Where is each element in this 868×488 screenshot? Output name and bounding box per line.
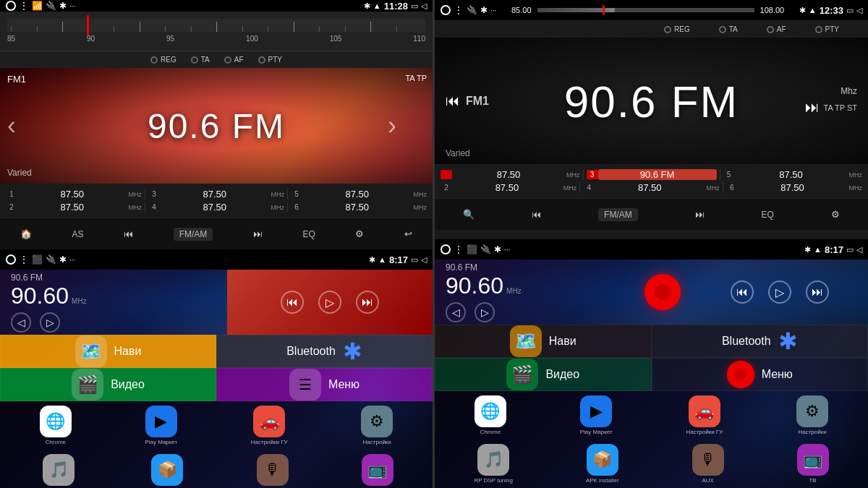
freq-label: 105 <box>330 35 342 43</box>
settings-label: Настройки <box>363 439 391 445</box>
r-preset-freq-1[interactable]: 87.50 <box>452 169 565 180</box>
r-app-icon-apk[interactable]: 📦 APK installer <box>586 444 619 484</box>
app-icon-chrome[interactable]: 🌐 Chrome <box>40 406 72 445</box>
app-tile-navi[interactable]: 🗺️ Нави <box>0 335 216 368</box>
tick-major <box>140 22 166 32</box>
record-button[interactable] <box>644 274 681 310</box>
preset-freq-6[interactable]: 87.50 <box>302 202 412 213</box>
radio-opt-ta[interactable]: TA <box>191 56 210 64</box>
preset-freq-4[interactable]: 87.50 <box>160 202 270 213</box>
r-preset-num-2: 2 <box>441 184 452 192</box>
r-toolbar-next[interactable]: ⏭ <box>691 206 709 223</box>
preset-freq-1[interactable]: 87.50 <box>17 189 127 200</box>
toolbar-back[interactable]: ↩ <box>400 226 417 242</box>
r-prev-btn[interactable]: ⏮ <box>446 93 460 109</box>
toolbar-fmam[interactable]: FM/AM <box>169 225 218 244</box>
r-app-tile-bluetooth[interactable]: Bluetooth ✱ <box>652 325 869 358</box>
r-preset-freq-3[interactable]: 90.6 FM <box>598 169 717 180</box>
r-preset-freq-2[interactable]: 87.50 <box>452 182 562 193</box>
r-opt-af[interactable]: AF <box>767 25 786 33</box>
mini-next-btn[interactable]: ▷ <box>40 312 60 333</box>
opt-ta-label: TA <box>201 56 210 64</box>
left-freq-slider[interactable]: 85 90 95 100 105 110 <box>0 12 433 51</box>
app-tile-bluetooth[interactable]: Bluetooth ✱ <box>216 335 433 368</box>
r-app-icon-chrome[interactable]: 🌐 Chrome <box>475 395 506 435</box>
r-app-tile-video[interactable]: 🎬 Видео <box>435 358 652 391</box>
left-radio-display: FM1 TA TP ‹ 90.6 FM › Varied <box>0 68 433 184</box>
settings-gu-icon: 🚗 <box>253 406 285 437</box>
r-app-icon-tv[interactable]: 📺 ТВ <box>797 444 829 484</box>
r-time: 12:33 <box>820 5 843 16</box>
apk-icon: 📦 <box>151 454 183 486</box>
mini-r-prev[interactable]: ⏮ <box>281 291 304 314</box>
r-app-icon-aux[interactable]: 🎙 AUX <box>692 444 724 484</box>
app-icon-settings-gu[interactable]: 🚗 Настройки ГУ <box>251 406 288 445</box>
r-mini-prev-btn[interactable]: ◁ <box>446 302 466 322</box>
back-icon: ◁ <box>421 1 427 11</box>
r-preset-freq-4[interactable]: 87.50 <box>595 182 705 193</box>
r-toolbar-eq[interactable]: EQ <box>757 207 778 223</box>
r-opt-pty[interactable]: PTY <box>815 25 839 33</box>
left-presets: 1 87.50 MHz 3 87.50 MHz 5 87.50 MHz 2 87… <box>0 184 433 218</box>
mini-r-play[interactable]: ▷ <box>318 291 341 314</box>
r-toolbar-prev[interactable]: ⏮ <box>527 206 545 223</box>
r-mini-freq-unit: MHz <box>506 287 522 295</box>
r-toolbar-settings[interactable]: ⚙ <box>827 206 844 223</box>
mini-r-next[interactable]: ⏭ <box>356 291 379 314</box>
r-freq-needle <box>603 5 605 15</box>
r-mini-r-play[interactable]: ▷ <box>768 281 791 304</box>
r-app-icon-settings-gu[interactable]: 🚗 Настройки ГУ <box>686 395 723 435</box>
r-app-tile-navi[interactable]: 🗺️ Нави <box>435 325 652 358</box>
r-menu-record-btn[interactable] <box>727 361 754 388</box>
r-app-tile-menu[interactable]: Меню <box>652 358 869 391</box>
app-tile-menu[interactable]: ☰ Меню <box>216 368 433 401</box>
preset-freq-2[interactable]: 87.50 <box>17 202 127 213</box>
tick <box>319 26 345 32</box>
r-app-icon-playmarket[interactable]: ▶ Play Маркет <box>580 395 613 435</box>
r-preset-freq-5[interactable]: 87.50 <box>735 169 848 180</box>
left-status-bar-1: ⋮ 📶 🔌 ✱ ··· ✱ ▲ 11:28 ▭ ◁ <box>0 0 433 12</box>
mini-prev-btn[interactable]: ◁ <box>11 312 31 333</box>
right-panel: ⋮ 🔌 ✱ ··· 85.00 108.00 ✱ ▲ 12:33 ▭ ◁ <box>435 0 868 488</box>
radio-opt-reg[interactable]: REG <box>150 56 176 64</box>
time-display: 11:28 <box>384 1 408 12</box>
r-mini-next-btn[interactable]: ▷ <box>475 302 495 322</box>
r-app-icon-settings[interactable]: ⚙ Настройки <box>796 395 828 435</box>
r-toolbar-search[interactable]: 🔍 <box>459 206 479 223</box>
r-toolbar-fmam[interactable]: FM/AM <box>594 205 642 224</box>
toolbar-home[interactable]: 🏠 <box>16 226 36 242</box>
left-radio-freq: 90.6 FM <box>148 106 285 146</box>
left-nav-next[interactable]: › <box>388 111 396 141</box>
r-opt-ta[interactable]: TA <box>719 25 738 33</box>
toolbar-as[interactable]: AS <box>67 226 88 242</box>
toolbar-settings[interactable]: ⚙ <box>351 226 368 242</box>
app-icon-tv[interactable]: 📺 ТВ <box>362 454 393 488</box>
r-playmarket-icon: ▶ <box>580 395 612 427</box>
left-status-bar-2: ⋮ ⬛ 🔌 ✱ ··· ✱ ▲ 8:17 ▭ ◁ <box>0 249 433 270</box>
r-screen-icon2: ▭ <box>846 245 854 254</box>
video-label: Видео <box>111 378 145 391</box>
preset-freq-5[interactable]: 87.50 <box>302 189 412 200</box>
app-icon-dsp[interactable]: 🎵 RP DSP tuning <box>39 454 78 488</box>
toolbar-prev[interactable]: ⏮ <box>119 226 137 242</box>
toolbar-eq[interactable]: EQ <box>299 226 320 242</box>
toolbar-next[interactable]: ⏭ <box>249 226 267 242</box>
left-nav-prev[interactable]: ‹ <box>7 111 16 141</box>
app-icon-apk[interactable]: 📦 APK installer <box>151 454 184 488</box>
r-app-icon-dsp[interactable]: 🎵 RP DSP tuning <box>474 444 513 484</box>
preset-freq-3[interactable]: 87.50 <box>160 189 270 200</box>
app-icon-playmarket[interactable]: ▶ Play Маркет <box>145 406 177 445</box>
r-opt-reg[interactable]: REG <box>664 25 690 33</box>
app-icon-settings[interactable]: ⚙ Настройки <box>361 406 393 445</box>
r-mini-r-prev[interactable]: ⏮ <box>731 281 754 304</box>
r-preset-freq-6[interactable]: 87.50 <box>738 182 848 193</box>
app-tile-video[interactable]: 🎬 Видео <box>0 368 216 401</box>
radio-opt-af[interactable]: AF <box>224 56 244 64</box>
navi-icon: 🗺️ <box>75 335 107 367</box>
r-mini-r-next[interactable]: ⏭ <box>806 281 829 304</box>
app-icon-aux[interactable]: 🎙 AUX <box>257 454 289 488</box>
radio-opt-pty[interactable]: PTY <box>258 56 282 64</box>
r-next-btn[interactable]: ⏭ <box>805 99 820 116</box>
r-menu-label: Меню <box>762 368 793 381</box>
mini-freq-unit: MHz <box>72 297 87 305</box>
